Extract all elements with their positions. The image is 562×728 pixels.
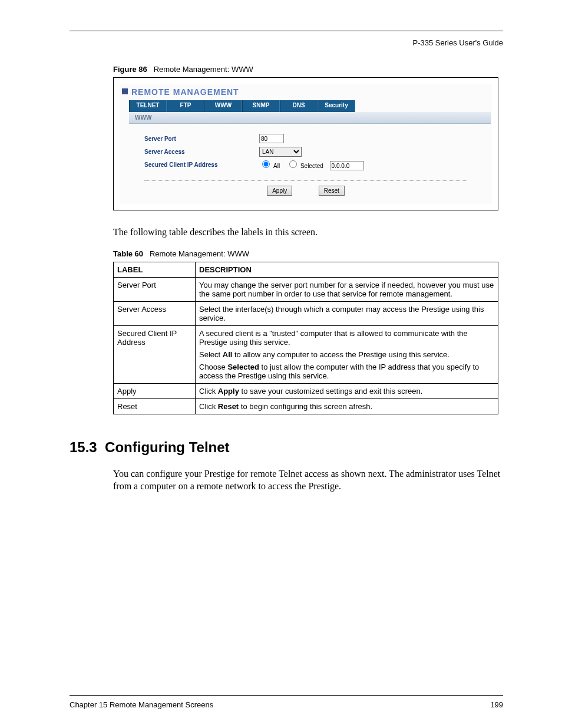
label-server-access: Server Access <box>144 149 259 155</box>
radio-all-label: All <box>273 163 280 169</box>
table-title: Remote Management: WWW <box>150 249 249 258</box>
table-caption: Table 60 Remote Management: WWW <box>113 249 503 258</box>
description-table: LABEL DESCRIPTION Server PortYou may cha… <box>113 262 498 414</box>
intro-text: The following table describes the labels… <box>113 226 503 239</box>
figure-number: Figure 86 <box>113 65 147 74</box>
table-row: Secured Client IP AddressA secured clien… <box>114 325 498 383</box>
tab-security[interactable]: Security <box>318 100 355 112</box>
tab-snmp[interactable]: SNMP <box>242 100 280 112</box>
tab-strip: TELNET FTP WWW SNMP DNS Security <box>129 100 491 112</box>
server-port-input[interactable] <box>259 134 284 143</box>
th-label: LABEL <box>114 262 196 277</box>
tab-www[interactable]: WWW <box>204 100 242 112</box>
label-secured-client: Secured Client IP Address <box>144 162 259 168</box>
cell-label: Reset <box>114 398 196 414</box>
footer-page: 199 <box>490 700 503 709</box>
footer-chapter: Chapter 15 Remote Management Screens <box>70 700 213 709</box>
section-title: Configuring Telnet <box>105 439 230 455</box>
radio-selected[interactable] <box>289 160 297 168</box>
cell-label: Server Port <box>114 277 196 301</box>
table-row: ResetClick Reset to begin configuring th… <box>114 398 498 414</box>
secured-client-ip-input[interactable] <box>330 161 364 170</box>
figure-title: Remote Management: WWW <box>154 65 253 74</box>
tab-dns[interactable]: DNS <box>280 100 318 112</box>
cell-description: A secured client is a "trusted" computer… <box>196 325 498 383</box>
cell-description: Click Reset to begin configuring this sc… <box>196 398 498 414</box>
table-number: Table 60 <box>113 249 143 258</box>
running-head: P-335 Series User's Guide <box>70 38 503 47</box>
section-body: You can configure your Prestige for remo… <box>113 467 503 493</box>
section-heading: 15.3 Configuring Telnet <box>70 439 503 456</box>
table-row: ApplyClick Apply to save your customized… <box>114 383 498 398</box>
cell-label: Server Access <box>114 301 196 325</box>
figure-caption: Figure 86 Remote Management: WWW <box>113 65 503 74</box>
section-number: 15.3 <box>70 439 97 455</box>
tab-telnet[interactable]: TELNET <box>129 100 167 112</box>
tab-ftp[interactable]: FTP <box>167 100 204 112</box>
embedded-screenshot: REMOTE MANAGEMENT TELNET FTP WWW SNMP DN… <box>113 77 498 210</box>
th-description: DESCRIPTION <box>196 262 498 277</box>
radio-all[interactable] <box>262 160 270 168</box>
server-access-select[interactable]: LAN <box>259 147 302 157</box>
apply-button[interactable]: Apply <box>267 186 292 196</box>
cell-label: Secured Client IP Address <box>114 325 196 383</box>
sub-tab-label: WWW <box>129 112 491 124</box>
table-row: Server PortYou may change the server por… <box>114 277 498 301</box>
cell-description: Select the interface(s) through which a … <box>196 301 498 325</box>
label-server-port: Server Port <box>144 136 259 142</box>
cell-label: Apply <box>114 383 196 398</box>
cell-description: Click Apply to save your customized sett… <box>196 383 498 398</box>
separator <box>144 180 467 181</box>
reset-button[interactable]: Reset <box>319 186 345 196</box>
panel-title: REMOTE MANAGEMENT <box>122 87 491 97</box>
cell-description: You may change the server port number fo… <box>196 277 498 301</box>
radio-selected-label: Selected <box>300 163 323 169</box>
table-row: Server AccessSelect the interface(s) thr… <box>114 301 498 325</box>
